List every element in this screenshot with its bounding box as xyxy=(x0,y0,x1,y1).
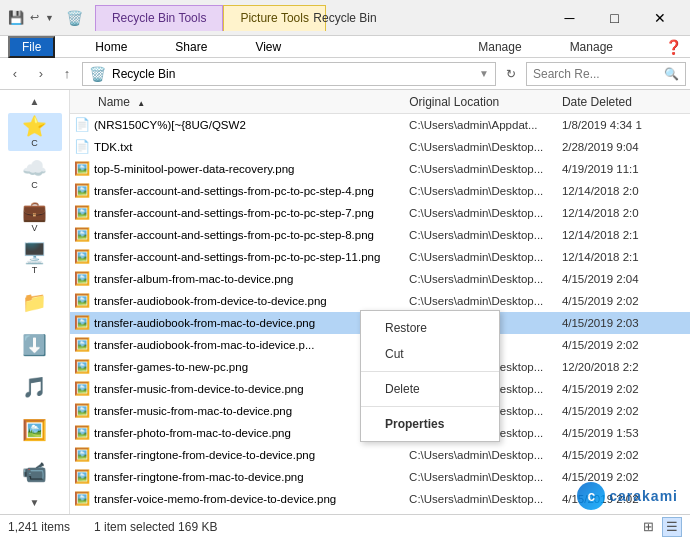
col-location-header[interactable]: Original Location xyxy=(409,95,562,109)
context-cut[interactable]: Cut xyxy=(361,341,499,367)
file-name: transfer-ringtone-from-mac-to-device.png xyxy=(94,471,409,483)
file-icon: 🖼️ xyxy=(74,161,90,177)
home-menu-item[interactable]: Home xyxy=(87,36,135,58)
file-icon: 🖼️ xyxy=(74,491,90,507)
sidebar-scroll-up[interactable]: ▲ xyxy=(0,94,69,109)
file-icon: 🖼️ xyxy=(74,205,90,221)
share-menu-item[interactable]: Share xyxy=(167,36,215,58)
minimize-button[interactable]: ─ xyxy=(547,3,592,33)
back-button[interactable]: ‹ xyxy=(4,63,26,85)
context-divider xyxy=(361,371,499,372)
file-date: 4/15/2019 1:53 xyxy=(562,427,686,439)
quick-access-dropdown[interactable]: ▼ xyxy=(45,13,54,23)
title-bar-left: 💾 ↩ ▼ 🗑️ Recycle Bin Tools Picture Tools xyxy=(8,5,547,31)
file-location: C:\Users\admin\Appdat... xyxy=(409,119,562,131)
search-input[interactable] xyxy=(533,67,660,81)
window-title: Recycle Bin xyxy=(313,11,376,25)
col-date-header[interactable]: Date Deleted xyxy=(562,95,686,109)
manage-label-1[interactable]: Manage xyxy=(478,40,521,54)
file-row[interactable]: 🖼️ transfer-ringtone-from-device-to-devi… xyxy=(70,444,690,466)
manage-area: Manage Manage xyxy=(478,40,613,54)
context-properties[interactable]: Properties xyxy=(361,411,499,437)
title-bar: 💾 ↩ ▼ 🗑️ Recycle Bin Tools Picture Tools… xyxy=(0,0,690,36)
context-menu: Restore Cut Delete Properties xyxy=(360,310,500,442)
sidebar-item-1[interactable]: ☁️ C xyxy=(8,155,62,194)
tab-recycle-tools[interactable]: Recycle Bin Tools xyxy=(95,5,224,31)
address-bar: ‹ › ↑ 🗑️ Recycle Bin ▼ ↻ 🔍 xyxy=(0,58,690,90)
file-name: transfer-account-and-settings-from-pc-to… xyxy=(94,207,409,219)
sidebar-item-0[interactable]: ⭐ C xyxy=(8,113,62,152)
forward-button[interactable]: › xyxy=(30,63,52,85)
file-date: 4/15/2019 2:02 xyxy=(562,449,686,461)
file-icon: 🖼️ xyxy=(74,403,90,419)
address-path-box[interactable]: 🗑️ Recycle Bin ▼ xyxy=(82,62,496,86)
file-date: 12/14/2018 2:1 xyxy=(562,251,686,263)
col-name-header[interactable]: Name ▲ xyxy=(74,95,409,109)
file-row[interactable]: 📄 (NRS150CY%)[~{8UG/QSW2 C:\Users\admin\… xyxy=(70,114,690,136)
watermark-brand: carakami xyxy=(609,488,678,504)
file-row[interactable]: 🖼️ transfer-album-from-mac-to-device.png… xyxy=(70,268,690,290)
sidebar-item-8[interactable]: 📹 xyxy=(8,453,62,492)
sidebar-item-7[interactable]: 🖼️ xyxy=(8,410,62,449)
file-date: 12/20/2018 2:2 xyxy=(562,361,686,373)
context-delete[interactable]: Delete xyxy=(361,376,499,402)
file-row[interactable]: 🖼️ transfer-account-and-settings-from-pc… xyxy=(70,202,690,224)
window-icon: 🗑️ xyxy=(66,10,83,26)
close-button[interactable]: ✕ xyxy=(637,3,682,33)
maximize-button[interactable]: □ xyxy=(592,3,637,33)
file-row[interactable]: 📄 TDK.txt C:\Users\admin\Desktop... 2/28… xyxy=(70,136,690,158)
file-name: transfer-album-from-mac-to-device.png xyxy=(94,273,409,285)
selected-info: 1 item selected 169 KB xyxy=(94,520,217,534)
sidebar-item-2[interactable]: 💼 V xyxy=(8,198,62,237)
up-button[interactable]: ↑ xyxy=(56,63,78,85)
view-menu-item[interactable]: View xyxy=(247,36,289,58)
file-date: 12/14/2018 2:0 xyxy=(562,207,686,219)
sidebar-label-1: C xyxy=(31,180,38,190)
refresh-button[interactable]: ↻ xyxy=(500,63,522,85)
file-icon: 🖼️ xyxy=(74,293,90,309)
sidebar-scroll-down[interactable]: ▼ xyxy=(0,495,69,510)
context-restore[interactable]: Restore xyxy=(361,315,499,341)
file-icon: 🖼️ xyxy=(74,425,90,441)
manage-label-2[interactable]: Manage xyxy=(570,40,613,54)
sidebar: ▲ ⭐ C ☁️ C 💼 V 🖥️ T 📁 ⬇️ 🎵 🖼️ 📹 xyxy=(0,90,70,514)
sidebar-label-2: V xyxy=(31,223,37,233)
path-dropdown[interactable]: ▼ xyxy=(479,68,489,79)
search-box[interactable]: 🔍 xyxy=(526,62,686,86)
file-icon: 🖼️ xyxy=(74,469,90,485)
file-icon: 🖼️ xyxy=(74,183,90,199)
details-view-button[interactable]: ⊞ xyxy=(638,517,658,537)
sidebar-item-6[interactable]: 🎵 xyxy=(8,368,62,407)
watermark-logo: c xyxy=(577,482,605,510)
file-row[interactable]: 🖼️ transfer-account-and-settings-from-pc… xyxy=(70,224,690,246)
file-name: transfer-ringtone-from-device-to-device.… xyxy=(94,449,409,461)
file-date: 4/19/2019 11:1 xyxy=(562,163,686,175)
file-row[interactable]: 🖼️ transfer-audiobook-from-device-to-dev… xyxy=(70,290,690,312)
sidebar-item-3[interactable]: 🖥️ T xyxy=(8,240,62,279)
search-icon: 🔍 xyxy=(664,67,679,81)
file-list: Name ▲ Original Location Date Deleted 📄 … xyxy=(70,90,690,514)
file-list-header[interactable]: Name ▲ Original Location Date Deleted xyxy=(70,90,690,114)
file-name: transfer-account-and-settings-from-pc-to… xyxy=(94,251,409,263)
file-location: C:\Users\admin\Desktop... xyxy=(409,163,562,175)
file-icon: 🖼️ xyxy=(74,249,90,265)
file-name: top-5-minitool-power-data-recovery.png xyxy=(94,163,409,175)
file-date: 4/15/2019 2:02 xyxy=(562,295,686,307)
file-date: 4/15/2019 2:02 xyxy=(562,383,686,395)
sidebar-item-4[interactable]: 📁 xyxy=(8,283,62,322)
quick-access-icon1[interactable]: 💾 xyxy=(8,10,24,25)
file-row[interactable]: 🖼️ transfer-account-and-settings-from-pc… xyxy=(70,246,690,268)
file-row[interactable]: 🖼️ transfer-account-and-settings-from-pc… xyxy=(70,180,690,202)
quick-access-icon2[interactable]: ↩ xyxy=(30,11,39,24)
file-location: C:\Users\admin\Desktop... xyxy=(409,229,562,241)
list-view-button[interactable]: ☰ xyxy=(662,517,682,537)
tab-picture-tools[interactable]: Picture Tools xyxy=(223,5,325,31)
sidebar-icon-2: 💼 xyxy=(22,201,47,221)
file-menu-button[interactable]: File xyxy=(8,36,55,58)
file-date: 12/14/2018 2:0 xyxy=(562,185,686,197)
file-location: C:\Users\admin\Desktop... xyxy=(409,273,562,285)
file-location: C:\Users\admin\Desktop... xyxy=(409,449,562,461)
sidebar-item-5[interactable]: ⬇️ xyxy=(8,325,62,364)
file-row[interactable]: 🖼️ top-5-minitool-power-data-recovery.pn… xyxy=(70,158,690,180)
help-icon[interactable]: ❓ xyxy=(665,39,682,55)
